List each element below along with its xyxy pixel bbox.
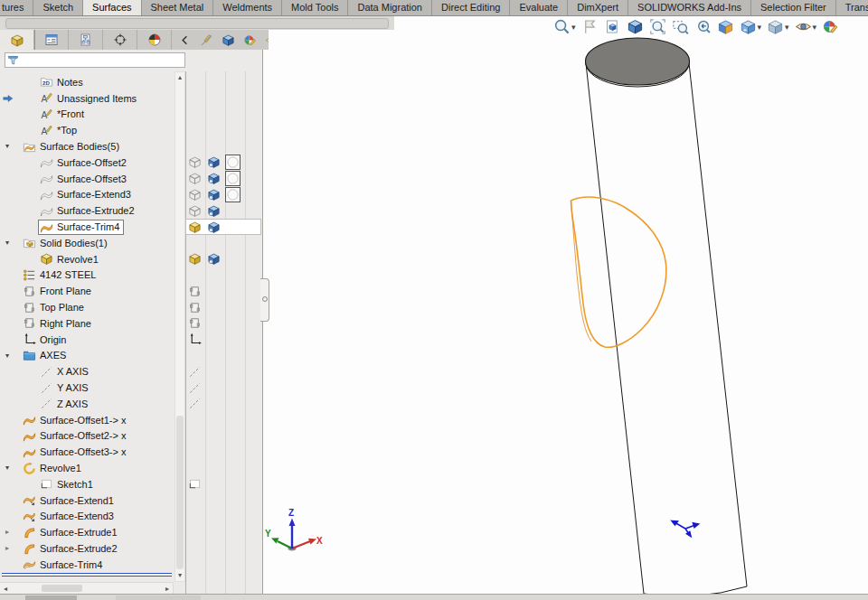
tree-item-label-group[interactable]: *Front bbox=[38, 107, 89, 122]
display-cube-icon[interactable] bbox=[222, 33, 235, 47]
propertymanager-tab[interactable] bbox=[34, 30, 69, 50]
model-canvas[interactable]: Z X Y bbox=[262, 15, 868, 594]
tree-item-label-group[interactable]: X AXIS bbox=[38, 364, 93, 380]
tab-solidworks-add-ins[interactable]: SOLIDWORKS Add-Ins bbox=[628, 0, 751, 15]
tree-item-label-group[interactable]: Surface-Offset2-> x bbox=[21, 428, 130, 444]
edit-appearance-icon[interactable] bbox=[822, 18, 839, 35]
tab-transmagic[interactable]: TransMagic bbox=[836, 0, 868, 15]
dropdown-caret-icon[interactable]: ▾ bbox=[785, 23, 789, 32]
tree-item-label-group[interactable]: Surface-Extrude1 bbox=[21, 525, 122, 540]
tree-item-label-group[interactable]: Y AXIS bbox=[38, 380, 93, 396]
appearance-sphere-icon[interactable] bbox=[225, 187, 241, 202]
section-tool-icon[interactable] bbox=[604, 18, 621, 35]
yellow-cube-icon[interactable] bbox=[187, 251, 203, 267]
tree-item-label-group[interactable]: Notes bbox=[38, 74, 88, 89]
expand-arrow-icon[interactable]: ▾ bbox=[3, 138, 12, 155]
plane-icon[interactable] bbox=[187, 300, 203, 315]
graphics-viewport[interactable]: Z X Y ▾▾▾▾ bbox=[262, 15, 868, 594]
blue-cube-icon[interactable] bbox=[206, 171, 222, 186]
cylinder-body[interactable] bbox=[586, 63, 747, 594]
dropdown-caret-icon[interactable]: ▾ bbox=[571, 23, 576, 32]
tree-horizontal-scrollbar[interactable]: ◂ ▸ bbox=[0, 582, 174, 595]
display-style-icon[interactable]: ▾ bbox=[767, 18, 789, 35]
tree-item-label-group[interactable]: Unassigned Items bbox=[38, 90, 141, 106]
tree-item-label-group[interactable]: Surface-Extend3 bbox=[21, 509, 118, 524]
tree-item-label-group[interactable]: Surface-Offset3-> x bbox=[21, 445, 130, 460]
tree-item-label-group[interactable]: AXES bbox=[21, 348, 71, 363]
tree-item-x-axis[interactable]: X AXIS bbox=[0, 363, 262, 380]
tree-item-label-group[interactable]: *Top bbox=[38, 123, 81, 138]
tree-item-top-plane[interactable]: Top Plane bbox=[0, 299, 262, 315]
appearance-sphere-icon[interactable] bbox=[225, 171, 241, 186]
sketch-icon[interactable] bbox=[187, 476, 203, 492]
isometric-cube-icon[interactable] bbox=[627, 18, 644, 35]
tree-item-label-group[interactable]: Revolve1 bbox=[38, 251, 103, 267]
tree-item-surface-offset1-x[interactable]: Surface-Offset1-> x bbox=[0, 412, 262, 428]
tree-item-label-group[interactable]: Origin bbox=[21, 332, 71, 347]
tree-item-z-axis[interactable]: Z AXIS bbox=[0, 396, 262, 412]
plane-icon[interactable] bbox=[187, 284, 203, 299]
tree-item-surface-offset3-x[interactable]: Surface-Offset3-> x bbox=[0, 444, 262, 460]
tree-item-surface-extrude2[interactable]: Surface-Extrude2 bbox=[0, 202, 262, 219]
filter-input[interactable] bbox=[5, 52, 185, 68]
collapsed-commandmanager-bar[interactable] bbox=[5, 18, 389, 29]
hide-show-items-icon[interactable]: ▾ bbox=[795, 18, 817, 35]
tab-evaluate[interactable]: Evaluate bbox=[510, 0, 568, 15]
appearance-sphere-icon[interactable] bbox=[225, 155, 241, 170]
trimmed-surface-highlight[interactable] bbox=[571, 197, 666, 347]
dropdown-caret-icon[interactable]: ▾ bbox=[758, 23, 762, 32]
tree-item-axes[interactable]: ▾AXES bbox=[0, 348, 262, 364]
blue-cube-icon[interactable] bbox=[206, 155, 222, 170]
wire-cube-icon[interactable] bbox=[187, 187, 203, 202]
tree-item-revolve1[interactable]: Revolve1 bbox=[0, 251, 262, 267]
collapse-chevron-icon[interactable] bbox=[178, 33, 192, 47]
expand-arrow-icon[interactable]: ▾ bbox=[3, 235, 12, 251]
axis-icon[interactable] bbox=[187, 396, 203, 411]
tree-item-label-group[interactable]: Surface Bodies(5) bbox=[21, 139, 124, 155]
tree-item-sketch1[interactable]: Sketch1 bbox=[0, 476, 262, 492]
tab-dimxpert[interactable]: DimXpert bbox=[568, 0, 628, 15]
tree-item-label-group[interactable]: Surface-Offset1-> x bbox=[21, 412, 130, 427]
scroll-down-arrow-icon[interactable]: ▾ bbox=[175, 570, 184, 581]
blue-cube-icon[interactable] bbox=[206, 220, 222, 235]
zoom-area-icon[interactable] bbox=[672, 18, 689, 35]
tree-item-surface-extend3[interactable]: Surface-Extend3 bbox=[0, 187, 262, 203]
tab-tures[interactable]: tures bbox=[0, 0, 33, 15]
tree-item-top[interactable]: *Top bbox=[0, 122, 262, 138]
hide-show-eye-icon[interactable] bbox=[265, 33, 269, 47]
yellow-cube-icon[interactable] bbox=[187, 220, 203, 235]
tree-item-front-plane[interactable]: Front Plane bbox=[0, 283, 262, 299]
tree-item-notes[interactable]: Notes bbox=[0, 74, 262, 90]
tree-item-surface-extend3[interactable]: Surface-Extend3 bbox=[0, 509, 262, 525]
zoom-fit-icon[interactable] bbox=[649, 18, 666, 35]
cylinder-top-face[interactable] bbox=[586, 38, 690, 85]
tab-data-migration[interactable]: Data Migration bbox=[348, 0, 432, 15]
tree-item-unassigned-items[interactable]: Unassigned Items bbox=[0, 90, 262, 107]
tree-item-4142-steel[interactable]: 4142 STEEL bbox=[0, 267, 262, 284]
section-view-icon[interactable] bbox=[717, 18, 734, 35]
blue-cube-icon[interactable] bbox=[206, 187, 222, 202]
tree-item-label-group[interactable]: Surface-Extend3 bbox=[38, 187, 136, 202]
tree-item-label-group[interactable]: Top Plane bbox=[21, 300, 89, 315]
tab-sheet-metal[interactable]: Sheet Metal bbox=[142, 0, 214, 15]
tab-mold-tools[interactable]: Mold Tools bbox=[282, 0, 348, 15]
axis-icon[interactable] bbox=[187, 364, 203, 380]
wire-cube-icon[interactable] bbox=[187, 203, 203, 219]
tree-item-surface-offset2-x[interactable]: Surface-Offset2-> x bbox=[0, 428, 262, 445]
expand-arrow-icon[interactable]: ▾ bbox=[3, 348, 12, 364]
displaymanager-tab[interactable] bbox=[137, 30, 172, 50]
tree-item-surface-offset2[interactable]: Surface-Offset2 bbox=[0, 155, 262, 171]
expand-arrow-icon[interactable]: ▾ bbox=[3, 460, 12, 476]
blue-cube-icon[interactable] bbox=[206, 203, 222, 219]
tree-item-label-group[interactable]: Surface-Extrude2 bbox=[21, 541, 122, 557]
tree-item-label-group[interactable]: Surface-Trim4 bbox=[21, 557, 107, 572]
tree-item-label-group[interactable]: Front Plane bbox=[21, 284, 96, 299]
wire-cube-icon[interactable] bbox=[187, 171, 203, 186]
tree-item-solid-bodies-1[interactable]: ▾Solid Bodies(1) bbox=[0, 235, 262, 251]
axis-icon[interactable] bbox=[187, 380, 203, 396]
tree-item-surface-offset3[interactable]: Surface-Offset3 bbox=[0, 171, 262, 187]
tree-item-surface-extend1[interactable]: Surface-Extend1 bbox=[0, 492, 262, 509]
blue-cube-icon[interactable] bbox=[206, 251, 222, 267]
tree-item-revolve1[interactable]: ▾Revolve1 bbox=[0, 460, 262, 476]
previous-view-icon[interactable] bbox=[694, 18, 712, 35]
